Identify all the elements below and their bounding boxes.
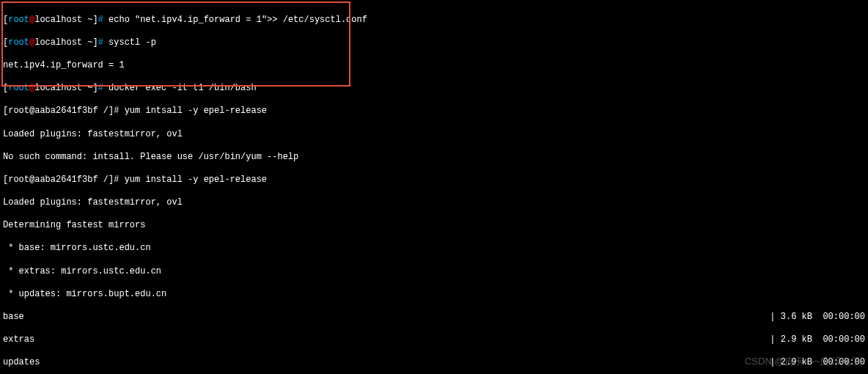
- repo-row: extras| 2.9 kB 00:00:00: [3, 334, 865, 346]
- repo-row: base| 3.6 kB 00:00:00: [3, 312, 865, 323]
- mirror-base: * base: mirrors.ustc.edu.cn: [3, 243, 865, 254]
- watermark-text: CSDN @皮卡~~~丘 没电了: [745, 356, 861, 368]
- plugins-line-1: Loaded plugins: fastestmirror, ovl: [3, 129, 865, 141]
- container-prompt-1: [root@aaba2641f3bf /]# yum intsall -y ep…: [3, 106, 865, 117]
- no-such-command: No such command: intsall. Please use /us…: [3, 152, 865, 164]
- repo-row: updates| 2.9 kB 00:00:00: [3, 357, 865, 369]
- cmd-line-1: [root@localhost ~]# echo "net.ipv4.ip_fo…: [3, 15, 865, 26]
- container-prompt-2: [root@aaba2641f3bf /]# yum install -y ep…: [3, 175, 865, 186]
- cmd-line-2: [root@localhost ~]# sysctl -p: [3, 37, 865, 49]
- sysctl-output: net.ipv4.ip_forward = 1: [3, 60, 865, 72]
- mirror-updates: * updates: mirrors.bupt.edu.cn: [3, 289, 865, 301]
- determining-mirrors: Determining fastest mirrors: [3, 220, 865, 232]
- plugins-line-2: Loaded plugins: fastestmirror, ovl: [3, 197, 865, 209]
- terminal-output[interactable]: [root@localhost ~]# echo "net.ipv4.ip_fo…: [3, 3, 865, 374]
- mirror-extras: * extras: mirrors.ustc.edu.cn: [3, 266, 865, 278]
- cmd-line-3: [root@localhost ~]# docker exec -it t1 /…: [3, 83, 865, 95]
